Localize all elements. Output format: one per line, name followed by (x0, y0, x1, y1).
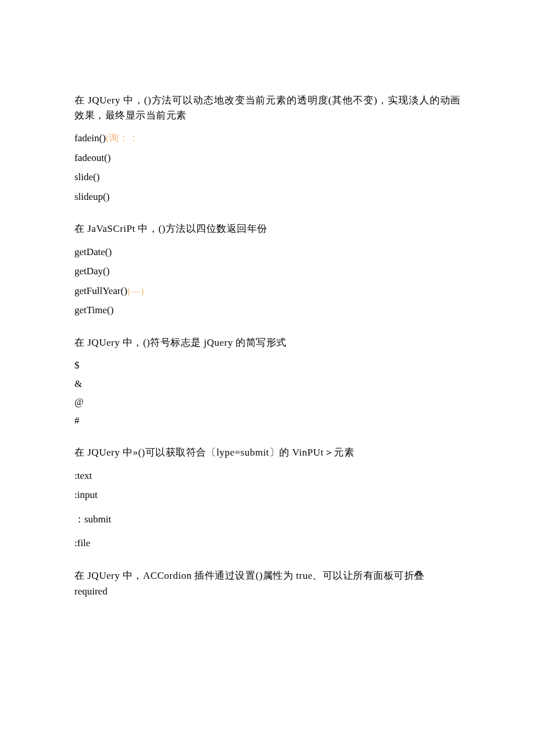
question-3-prompt: 在 JQUery 中，()符号标志是 jQuery 的简写形式 (74, 335, 461, 350)
annotation-text: (询：： (106, 132, 139, 144)
question-5-option-a: required (74, 584, 461, 599)
question-4-prompt: 在 JQUery 中»()可以获取符合〔lype=submit〕的 VinPUt… (74, 445, 461, 460)
question-3: 在 JQUery 中，()符号标志是 jQuery 的简写形式 $ & @ # (74, 335, 461, 428)
question-4-option-d: :file (74, 536, 461, 551)
question-2-option-a: getDate() (74, 245, 461, 260)
question-1: 在 JQUery 中，()方法可以动态地改变当前元素的透明度(其他不变)，实现淡… (74, 93, 461, 204)
question-2: 在 JaVaSCriPt 中，()方法以四位数返回年份 getDate() ge… (74, 221, 461, 318)
question-1-option-a: fadein()(询：： (74, 131, 461, 146)
option-text: fadein() (74, 132, 106, 144)
question-2-option-b: getDay() (74, 264, 461, 279)
question-3-option-d: # (74, 413, 461, 428)
question-4-option-a: :text (74, 468, 461, 483)
document-page: 在 JQUery 中，()方法可以动态地改变当前元素的透明度(其他不变)，实现淡… (0, 0, 535, 651)
question-1-option-d: slideup() (74, 189, 461, 205)
question-2-option-d: getTime() (74, 303, 461, 318)
question-5: 在 JQUery 中，ACCordion 插件通过设置()属性为 true、可以… (74, 568, 461, 599)
question-1-option-c: slide() (74, 170, 461, 185)
question-4: 在 JQUery 中»()可以获取符合〔lype=submit〕的 VinPUt… (74, 445, 461, 551)
question-1-prompt: 在 JQUery 中，()方法可以动态地改变当前元素的透明度(其他不变)，实现淡… (74, 93, 461, 123)
option-text: getFullYear() (74, 285, 127, 296)
question-5-prompt: 在 JQUery 中，ACCordion 插件通过设置()属性为 true、可以… (74, 568, 461, 583)
question-2-prompt: 在 JaVaSCriPt 中，()方法以四位数返回年份 (74, 221, 461, 237)
question-4-option-b: :input (74, 488, 461, 503)
question-3-option-c: @ (74, 395, 461, 410)
question-3-option-b: & (74, 377, 461, 392)
annotation-text: (—) (127, 285, 144, 296)
question-4-option-c: ：submit (74, 512, 461, 527)
question-2-option-c: getFullYear()(—) (74, 284, 461, 299)
question-1-option-b: fadeout() (74, 151, 461, 166)
question-3-option-a: $ (74, 358, 461, 373)
